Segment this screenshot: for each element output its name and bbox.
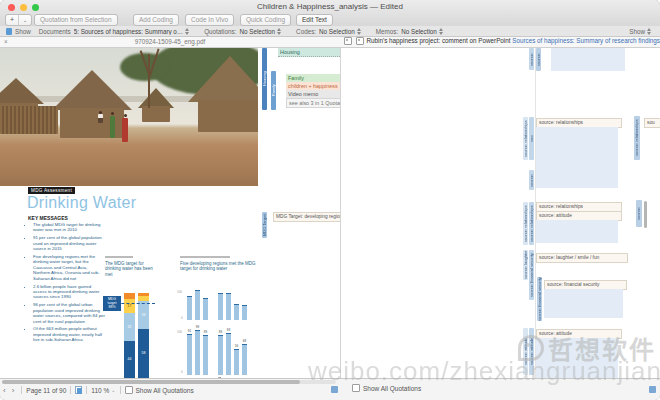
- doc-link[interactable]: Sources of happiness: Summary of researc…: [512, 37, 660, 44]
- photo-person-head: [124, 114, 127, 117]
- updown-arrows-icon[interactable]: [439, 28, 444, 35]
- content-area: MDG Assessment Drinking Water KEY MESSAG…: [0, 48, 660, 378]
- fig2-row-1990: [187, 290, 247, 320]
- key-message: Of the 663 million people without improv…: [33, 326, 105, 342]
- code-in-vivo-button[interactable]: Code In Vivo: [185, 14, 234, 26]
- photo-person-head: [111, 112, 114, 115]
- left-doc-title: 970924-1509-45_eng.pdf: [0, 38, 340, 45]
- quotations-dropdown[interactable]: No Selection: [239, 28, 275, 35]
- show-left-toggle[interactable]: Show: [15, 28, 31, 35]
- pdf-photo[interactable]: [0, 48, 258, 186]
- page-indicator: Page 11 of 90: [26, 387, 66, 394]
- key-messages-heading: KEY MESSAGES: [28, 215, 68, 221]
- key-message: 2.6 billion people have gained access to…: [33, 284, 105, 300]
- photo-hut-roof: [188, 56, 258, 102]
- key-message: The global MDG target for drinking water…: [33, 222, 105, 233]
- quotation-bar[interactable]: Housing: [262, 48, 267, 110]
- photo-fence: [0, 106, 58, 134]
- left-doc-header: × 970924-1509-45_eng.pdf: [0, 37, 340, 47]
- right-doc-margin: source: relationships source: relationsh…: [536, 48, 660, 378]
- quotation-highlight-block[interactable]: [536, 220, 618, 243]
- photo-hut-roof: [0, 78, 44, 104]
- quick-coding-button[interactable]: Quick Coding: [240, 14, 291, 26]
- page-thumbnails-icon[interactable]: [75, 386, 82, 394]
- quotation-bar[interactable]: source: attitude: [529, 328, 534, 375]
- ytick: 100: [177, 330, 182, 334]
- codes-label: Codes:: [296, 28, 316, 35]
- updown-arrows-icon[interactable]: [277, 28, 282, 35]
- quotation-bar[interactable]: source: attitude: [636, 200, 642, 227]
- plus-icon[interactable]: +: [6, 15, 18, 25]
- code-label[interactable]: source: laughter / smile / fun: [536, 253, 628, 263]
- edit-text-button[interactable]: Edit Text: [296, 14, 333, 26]
- quotation-bar[interactable]: sou: [529, 117, 534, 160]
- toolbar: + ⌄ Quotation from Selection Add Coding …: [0, 13, 660, 27]
- memos-dropdown[interactable]: No Selection: [401, 28, 437, 35]
- quotation-bar[interactable]: source: relationships: [634, 116, 640, 160]
- photo-dry-tree: [148, 54, 150, 108]
- title-bar: Children & Happiness_analysis — Edited: [0, 0, 660, 13]
- updown-arrows-icon[interactable]: [185, 28, 190, 35]
- chevron-down-icon[interactable]: ⌄: [18, 15, 31, 25]
- quotation-bar[interactable]: MDG Target: developing regions: [262, 212, 267, 238]
- quotation-highlight-block[interactable]: [536, 127, 618, 188]
- code-chip-housing[interactable]: Housing: [278, 48, 340, 57]
- chevron-down-icon[interactable]: ⌄: [111, 387, 115, 393]
- pdf-page[interactable]: MDG Assessment Drinking Water KEY MESSAG…: [0, 186, 258, 378]
- vertical-scrollbar-thumb[interactable]: [644, 201, 647, 228]
- quotation-highlight-block[interactable]: [536, 338, 618, 378]
- code-label-clipped[interactable]: sou: [644, 118, 660, 128]
- ytick: 0: [181, 316, 183, 320]
- quotation-bar[interactable]: source: laughter / smile / fun: [523, 250, 528, 280]
- photo-person: [110, 116, 115, 138]
- quotation-bar[interactable]: source: financial security: [537, 277, 542, 321]
- memos-label: Memos:: [376, 28, 398, 35]
- zoom-level[interactable]: 110 %: [91, 387, 109, 394]
- quotation-bar[interactable]: source: relationships: [529, 48, 534, 70]
- quotation-bar[interactable]: source: financial security: [529, 250, 534, 300]
- quotations-label: Quotations:: [204, 28, 236, 35]
- quotation-bar[interactable]: source: relationships: [523, 202, 528, 245]
- add-coding-button[interactable]: Add Coding: [133, 14, 179, 26]
- quotation-bar[interactable]: source: relationships: [523, 117, 528, 160]
- documents-dropdown[interactable]: 5: Sources of happiness: Summary o…: [74, 28, 184, 35]
- show-all-quotations-checkbox[interactable]: [125, 386, 133, 394]
- key-message: 96 per cent of the global urban populati…: [33, 302, 105, 324]
- photo-hut-roof: [52, 70, 132, 110]
- divider: [105, 256, 133, 258]
- photo-hut: [198, 100, 258, 132]
- comment-icon[interactable]: [344, 37, 352, 45]
- show-right-toggle[interactable]: Show: [629, 28, 645, 35]
- quotation-highlight-block[interactable]: [551, 48, 625, 71]
- fig2-row-2015: 91998989935668: [187, 330, 247, 375]
- codes-dropdown[interactable]: No Selection: [319, 28, 355, 35]
- next-page-button[interactable]: ›: [9, 386, 18, 395]
- previous-page-button[interactable]: ‹: [0, 386, 9, 395]
- show-all-quotations-label: Show All Quotations: [136, 387, 194, 394]
- fig1-annotation: MDG target 88%: [103, 296, 121, 311]
- code-label-mdg-target[interactable]: MDG Target: developing regions: [273, 212, 341, 222]
- updown-arrows-icon[interactable]: [357, 28, 362, 35]
- filter-bar: Show Documents 5: Sources of happiness: …: [0, 26, 660, 37]
- quotation-bar[interactable]: source: attitude: [529, 170, 534, 190]
- memo-icon[interactable]: [356, 37, 364, 45]
- quotation-bar[interactable]: source: attitude: [523, 328, 528, 375]
- pane-resize-grip[interactable]: [331, 386, 338, 393]
- quotation-bar[interactable]: source: relationships: [536, 48, 541, 71]
- section-tag: MDG Assessment: [28, 187, 75, 194]
- photo-hut: [142, 106, 170, 122]
- quotation-bar[interactable]: Family: [271, 71, 276, 110]
- quotation-highlight-block[interactable]: [544, 289, 623, 318]
- key-message: 91 per cent of the global population use…: [33, 235, 105, 251]
- quotation-bar[interactable]: source: relationships: [529, 202, 534, 245]
- quotation-from-selection-button[interactable]: Quotation from Selection: [34, 14, 118, 26]
- add-button[interactable]: + ⌄: [5, 14, 32, 26]
- show-all-quotations-label: Show All Quotations: [363, 385, 421, 392]
- ytick: 0: [181, 370, 183, 374]
- pane-resize-grip[interactable]: [649, 386, 656, 393]
- updown-arrows-icon[interactable]: [647, 28, 652, 35]
- right-doc-pane[interactable]: they're on similar financial footing as …: [341, 48, 535, 378]
- show-all-quotations-checkbox[interactable]: [352, 384, 360, 392]
- hyperlink-chip[interactable]: see also 3 in 1 Quotation 1: [286, 98, 342, 108]
- key-message: Five developing regions met the drinking…: [33, 254, 105, 281]
